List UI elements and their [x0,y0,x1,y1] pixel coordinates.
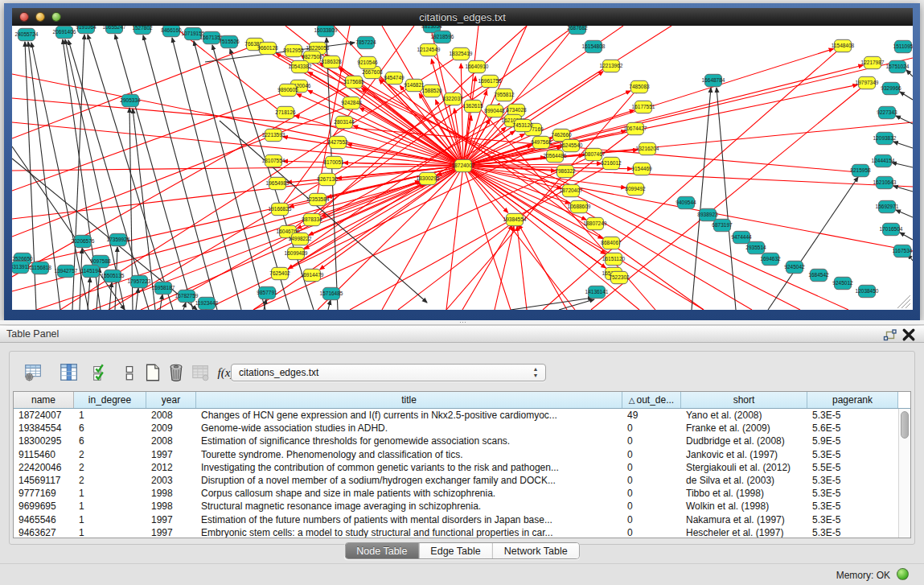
table-row[interactable]: 1830029562008Estimation of significance … [14,435,910,447]
citation-edge-black[interactable] [328,300,331,310]
graph-node[interactable]: 8427552 [327,136,348,148]
graph-node[interactable]: 8322037 [442,93,463,105]
graph-node[interactable]: 12093832 [873,132,897,144]
citation-edge-red[interactable] [461,64,463,166]
tab-node-table[interactable]: Node Table [345,543,418,558]
citation-edge-black[interactable] [717,88,736,310]
graph-node[interactable]: 15505135 [101,270,125,282]
graph-node[interactable]: 12038450 [856,285,879,297]
graph-node[interactable]: 1511095 [893,40,913,52]
graph-node[interactable]: 16958187 [152,282,175,294]
citation-edge-black[interactable] [88,278,90,310]
graph-node[interactable]: 7515526 [219,35,240,47]
citation-edge-black[interactable] [896,210,913,217]
window-titlebar[interactable]: citations_edges.txt [12,8,913,26]
graph-node[interactable]: 1694632 [760,253,781,265]
graph-node[interactable]: 9245042 [784,261,805,273]
citation-edge-red[interactable] [446,166,463,310]
citation-edge-red[interactable] [463,166,511,310]
graph-node[interactable]: 15751024 [886,60,910,72]
graph-node[interactable]: 8878334 [302,213,322,225]
graph-node[interactable]: 8186328 [321,56,342,68]
graph-node[interactable]: 1588520 [421,84,442,97]
graph-node[interactable]: 12124549 [417,43,441,56]
graph-node[interactable]: 8170051 [323,156,344,168]
citation-edge-black[interactable] [109,282,112,310]
tab-edge-table[interactable]: Edge Table [418,543,491,558]
graph-node[interactable]: 16033809 [314,26,338,37]
column-header-out_de[interactable]: △out_de... [622,392,681,408]
select-column-button[interactable] [58,361,80,384]
graph-node[interactable]: 9329966 [881,82,901,94]
citation-edge-black[interactable] [892,163,913,167]
graph-node[interactable]: 7986322 [555,165,576,177]
scrollbar-thumb[interactable] [901,411,909,439]
graph-node[interactable]: 10688609 [568,200,591,212]
table-row[interactable]: 1872400712008Changes of HCN gene express… [14,409,910,422]
column-header-year[interactable]: year [146,392,196,408]
graph-node[interactable]: 16154808 [582,40,606,52]
graph-node[interactable]: 20206576 [72,235,95,247]
graph-node[interactable]: 12353584 [306,193,330,205]
graph-node[interactable]: 20564486 [544,150,567,162]
citation-edge-black[interactable] [183,303,186,310]
graph-node[interactable]: 1527802 [132,26,153,35]
delete-table-button-disabled[interactable] [190,361,212,384]
citation-edge-red[interactable] [517,226,527,310]
graph-node[interactable]: 9210546 [357,56,378,68]
graph-node[interactable]: 2687682 [567,26,588,35]
graph-node[interactable]: 2718126 [275,106,296,118]
graph-node[interactable]: 8938923 [697,208,718,220]
graph-node[interactable]: 9227343 [877,106,897,118]
graph-node[interactable]: 16914479 [301,269,324,281]
graph-node[interactable]: 19654985 [266,177,290,189]
graph-node[interactable]: 14998222 [289,233,312,245]
minimize-traffic-light[interactable] [35,12,45,22]
graph-node[interactable]: 8684067 [601,237,622,249]
graph-node[interactable]: 24055724 [15,28,39,40]
graph-node[interactable]: 12213962 [600,60,623,72]
column-header-pagerank[interactable]: pagerank [807,392,898,408]
graph-node[interactable]: 2803144 [334,116,355,128]
citation-edge-black[interactable] [893,142,913,148]
graph-node[interactable]: 17359924 [107,233,130,245]
graph-node[interactable]: 8215958 [850,164,871,176]
citation-edge-red[interactable] [12,92,286,191]
citation-edge-black[interactable] [900,233,913,240]
graph-node[interactable]: 17016504 [880,223,903,235]
panel-splitter[interactable] [0,320,924,325]
graph-node[interactable]: 2935514 [745,241,766,253]
close-panel-button[interactable] [901,328,916,341]
graph-node[interactable]: 9245012 [832,277,853,289]
graph-node[interactable]: 16099489 [285,247,308,259]
citation-edge-red[interactable] [320,166,463,270]
graph-node[interactable]: 12444154 [872,154,895,167]
citation-edge-black[interactable] [906,70,913,76]
graph-node[interactable]: 7522302 [609,271,630,283]
graph-node[interactable]: 17957223 [128,275,151,287]
clear-selection-button[interactable] [118,361,141,384]
citation-edge-black[interactable] [172,38,241,310]
citation-graph[interactable]: 2405572420691406919106410655247152780284… [12,26,913,310]
graph-node[interactable]: 6873197 [712,219,733,231]
table-row[interactable]: 946554611997Estimation of the future num… [14,513,910,526]
graph-node[interactable]: 3175685 [343,76,364,88]
graph-node[interactable]: 7485083 [629,80,650,93]
graph-node[interactable]: 1167534 [893,245,913,257]
citation-edge-red[interactable] [519,225,567,310]
table-row[interactable]: 911546021997Tourette syndrome. Phenomeno… [14,448,910,461]
graph-node[interactable]: 8912955 [283,44,304,56]
citation-edge-red[interactable] [12,46,253,138]
graph-node[interactable]: 15716485 [320,287,343,299]
table-settings-button[interactable] [23,361,45,384]
graph-node[interactable]: 2905334 [120,94,141,106]
graph-node[interactable]: 7625402 [269,267,290,279]
table-row[interactable]: 2242004622012Investigating the contribut… [14,461,910,474]
graph-node[interactable]: 1145194 [81,265,101,277]
graph-node[interactable]: 10543382 [289,60,312,72]
graph-node[interactable]: 18807249 [584,217,607,229]
column-header-in_degree[interactable]: in_degree [74,392,146,408]
citation-edge-black[interactable] [768,177,858,310]
citation-edge-red[interactable] [333,64,752,310]
zoom-traffic-light[interactable] [51,12,61,22]
